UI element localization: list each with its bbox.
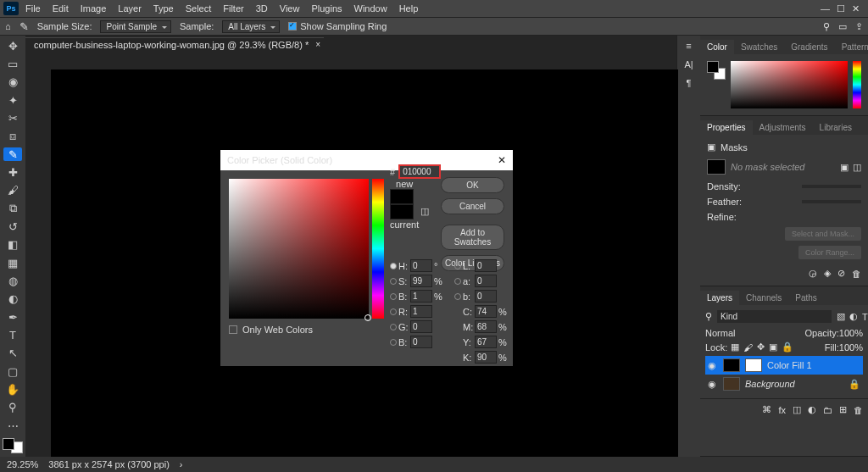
tab-paths[interactable]: Paths — [788, 291, 824, 305]
doc-dimensions[interactable]: 3861 px x 2574 px (3700 ppi) — [48, 459, 170, 469]
lock-transparent-icon[interactable]: ▦ — [731, 342, 739, 353]
paragraph-panel-icon[interactable]: ¶ — [687, 78, 692, 88]
menu-file[interactable]: File — [20, 0, 46, 17]
g-input[interactable] — [410, 320, 432, 333]
layer-row[interactable]: ◉ Color Fill 1 — [705, 356, 863, 375]
wand-tool[interactable]: ✦ — [3, 93, 22, 107]
visibility-icon[interactable]: ◉ — [708, 379, 718, 390]
radio-r[interactable] — [390, 308, 397, 315]
lasso-tool[interactable]: ◉ — [3, 75, 22, 89]
window-close-icon[interactable]: ✕ — [852, 3, 860, 14]
filter-type-icon[interactable]: T — [862, 312, 868, 322]
menu-type[interactable]: Type — [148, 0, 179, 17]
tab-layers[interactable]: Layers — [700, 291, 739, 305]
stamp-tool[interactable]: ⧉ — [3, 202, 22, 215]
window-maximize-icon[interactable]: ☐ — [837, 3, 845, 14]
zoom-tool[interactable]: ⚲ — [3, 401, 22, 414]
filter-icon[interactable]: ⚲ — [705, 311, 712, 322]
hand-tool[interactable]: ✋ — [3, 382, 22, 396]
home-icon[interactable]: ⌂ — [5, 21, 11, 31]
visibility-icon[interactable]: ◉ — [708, 360, 718, 371]
blend-mode-dropdown[interactable]: Normal — [705, 328, 735, 338]
marquee-tool[interactable]: ▭ — [3, 57, 22, 70]
radio-b[interactable] — [390, 293, 397, 300]
only-web-colors-checkbox[interactable] — [229, 325, 237, 334]
sample-dropdown[interactable]: All Layers — [222, 20, 280, 33]
cancel-button[interactable]: Cancel — [441, 198, 504, 214]
shape-tool[interactable]: ▢ — [3, 364, 22, 378]
radio-g[interactable] — [390, 324, 397, 330]
radio-b2[interactable] — [454, 293, 461, 300]
zoom-level[interactable]: 29.25% — [7, 459, 38, 469]
document-tab[interactable]: computer-business-laptop-working-woman.j… — [25, 37, 324, 52]
y-input[interactable] — [475, 336, 497, 348]
disable-mask-icon[interactable]: ⊘ — [837, 268, 845, 279]
new-group-icon[interactable]: 🗀 — [823, 405, 832, 415]
new-layer-icon[interactable]: ⊞ — [839, 404, 847, 415]
fill-value[interactable]: 100% — [839, 342, 863, 353]
radio-bb[interactable] — [390, 339, 397, 346]
lock-all-icon[interactable]: 🔒 — [782, 342, 793, 353]
hex-input[interactable] — [398, 164, 441, 179]
tab-properties[interactable]: Properties — [700, 120, 753, 135]
add-swatches-button[interactable]: Add to Swatches — [441, 225, 504, 250]
tab-patterns[interactable]: Patterns — [835, 40, 868, 54]
current-color-swatch[interactable] — [390, 204, 414, 219]
blur-tool[interactable]: ◍ — [3, 274, 22, 287]
lock-image-icon[interactable]: 🖌 — [743, 342, 753, 353]
heal-tool[interactable]: ✚ — [3, 165, 22, 179]
color-range-button[interactable]: Color Range... — [798, 246, 861, 259]
menu-select[interactable]: Select — [181, 0, 217, 17]
k-input[interactable] — [475, 351, 497, 364]
saturation-brightness-field[interactable] — [229, 179, 369, 319]
m-input[interactable] — [475, 320, 497, 333]
frame-tool[interactable]: ⧈ — [3, 130, 22, 143]
eyedropper-tool[interactable]: ✎ — [3, 147, 22, 161]
s-input[interactable] — [410, 275, 432, 287]
menu-window[interactable]: Window — [349, 0, 392, 17]
layer-thumbnail[interactable] — [723, 377, 740, 391]
hue-slider[interactable] — [372, 179, 384, 319]
eraser-tool[interactable]: ◧ — [3, 238, 22, 252]
menu-plugins[interactable]: Plugins — [306, 0, 347, 17]
bb-input[interactable] — [410, 336, 432, 348]
dodge-tool[interactable]: ◐ — [3, 292, 22, 306]
gradient-tool[interactable]: ▦ — [3, 256, 22, 269]
window-minimize-icon[interactable]: — — [821, 3, 830, 14]
filter-adjust-icon[interactable]: ◐ — [849, 311, 858, 322]
link-layers-icon[interactable]: ⌘ — [762, 404, 771, 415]
r-input[interactable] — [410, 305, 432, 318]
vector-mask-icon[interactable]: ◫ — [853, 162, 861, 173]
foreground-background-colors[interactable] — [3, 438, 23, 453]
sample-size-dropdown[interactable]: Point Sample — [100, 20, 170, 33]
new-adjustment-icon[interactable]: ◐ — [808, 404, 816, 415]
load-selection-icon[interactable]: ◶ — [809, 268, 817, 279]
dialog-close-icon[interactable]: ✕ — [498, 154, 506, 166]
layer-name[interactable]: Color Fill 1 — [767, 360, 812, 370]
color-panel-picker[interactable] — [731, 61, 848, 108]
a-input[interactable] — [475, 275, 497, 287]
radio-a[interactable] — [454, 278, 461, 285]
delete-mask-icon[interactable]: 🗑 — [852, 269, 861, 279]
filter-pixel-icon[interactable]: ▧ — [837, 311, 845, 322]
move-tool[interactable]: ✥ — [3, 39, 22, 53]
type-tool[interactable]: T — [3, 328, 22, 342]
ok-button[interactable]: OK — [441, 177, 504, 193]
workspace-icon[interactable]: ▭ — [838, 21, 847, 32]
menu-image[interactable]: Image — [75, 0, 112, 17]
close-tab-icon[interactable]: × — [315, 40, 320, 49]
layer-filter-input[interactable] — [717, 310, 832, 323]
tab-channels[interactable]: Channels — [739, 291, 788, 305]
l-input[interactable] — [475, 259, 497, 272]
layer-row[interactable]: ◉ Background 🔒 — [705, 375, 863, 393]
density-slider[interactable] — [802, 185, 861, 188]
h-input[interactable] — [410, 259, 432, 272]
select-and-mask-button[interactable]: Select and Mask... — [785, 227, 861, 241]
feather-slider[interactable] — [802, 200, 861, 203]
menu-layer[interactable]: Layer — [113, 0, 147, 17]
path-tool[interactable]: ↖ — [3, 347, 22, 360]
search-icon[interactable]: ⚲ — [823, 21, 830, 32]
opacity-value[interactable]: 100% — [839, 328, 863, 338]
character-panel-icon[interactable]: A| — [684, 59, 693, 69]
show-sampling-ring-checkbox[interactable] — [288, 22, 297, 31]
